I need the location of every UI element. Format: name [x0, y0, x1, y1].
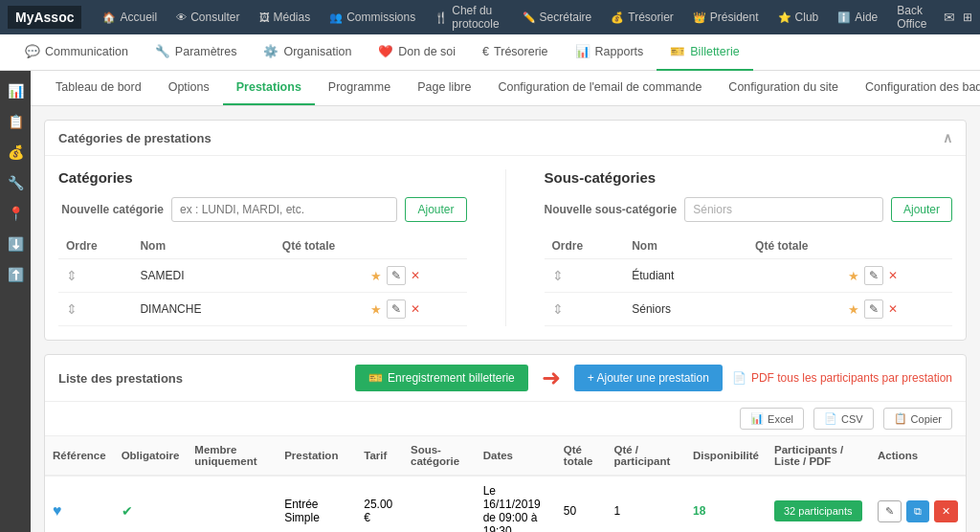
tab-config-email[interactable]: Configuration de l'email de commande	[484, 71, 715, 105]
nav-consulter[interactable]: 👁 Consulter	[167, 0, 249, 34]
sidebar-icon-list[interactable]: 📋	[2, 109, 29, 134]
nav-chef[interactable]: 🍴 Chef du protocole	[425, 0, 512, 34]
nav-aide-label: Aide	[855, 11, 878, 24]
csv-button[interactable]: 📄 CSV	[813, 408, 874, 430]
drag-handle[interactable]: ⇕	[66, 268, 78, 283]
nav-secretaire[interactable]: ✏️ Secrétaire	[513, 0, 602, 34]
edit-action-button[interactable]: ✎	[878, 500, 902, 522]
drag-handle[interactable]: ⇕	[552, 301, 564, 317]
nav-parametres[interactable]: 🔧 Paramètres	[142, 34, 251, 71]
tab-prestations[interactable]: Prestations	[223, 71, 315, 105]
delete-action-button[interactable]: ✕	[934, 500, 958, 522]
new-sous-cat-label: Nouvelle sous-catégorie	[545, 203, 678, 216]
nav-don-label: Don de soi	[398, 45, 456, 58]
sous-categories-heading: Sous-catégories	[545, 169, 953, 186]
sidebar-icon-location[interactable]: 📍	[2, 201, 29, 226]
nav-president[interactable]: 👑 Président	[683, 0, 768, 34]
drag-handle[interactable]: ⇕	[66, 301, 78, 317]
nav-rapports[interactable]: 📊 Rapports	[562, 34, 657, 71]
tresorerie-icon: €	[482, 45, 489, 58]
new-cat-input[interactable]	[171, 197, 397, 222]
availability-value: 18	[693, 504, 705, 518]
new-sous-cat-input[interactable]	[684, 197, 883, 222]
nav-tresorier[interactable]: 💰 Trésorier	[601, 0, 683, 34]
section-divider	[505, 169, 506, 326]
organisation-icon: ⚙️	[263, 44, 278, 58]
tab-config-badges[interactable]: Configuration des badges et billets	[852, 71, 980, 105]
edit-icon[interactable]: ✎	[864, 266, 883, 285]
excel-button[interactable]: 📊 Excel	[740, 408, 804, 430]
star-icon[interactable]: ★	[848, 269, 859, 283]
table-row: ⇕ SAMEDI ★ ✎ ✕	[58, 259, 467, 293]
sidebar-icon-upload[interactable]: ⬆️	[2, 262, 29, 287]
nav-accueil[interactable]: 🏠 Accueil	[93, 0, 167, 34]
obligatoire-1: ✔	[114, 476, 188, 532]
nav-tresorerie-label: Trésorerie	[494, 45, 548, 58]
star-icon[interactable]: ★	[370, 302, 382, 317]
star-icon[interactable]: ★	[370, 269, 382, 283]
delete-icon[interactable]: ✕	[411, 302, 420, 316]
star-icon[interactable]: ★	[848, 302, 859, 317]
envelope-icon[interactable]: ✉	[944, 10, 955, 25]
col-qty: Qté totale	[255, 233, 364, 259]
new-sous-category-row: Nouvelle sous-catégorie Ajouter	[545, 197, 953, 222]
prestation-1: Entrée Simple	[277, 476, 356, 532]
tab-page-libre[interactable]: Page libre	[404, 71, 484, 105]
edit-icon[interactable]: ✎	[387, 299, 406, 319]
copy-action-button[interactable]: ⧉	[906, 500, 929, 522]
nav-communication[interactable]: 💬 Communication	[11, 34, 142, 71]
th-prestation: Prestation	[277, 436, 356, 476]
check-icon: ✔	[122, 503, 133, 519]
sidebar-icon-chart[interactable]: 📊	[2, 78, 29, 103]
top-navigation: MyAssoc 🏠 Accueil 👁 Consulter 🖼 Médias 👥…	[0, 0, 980, 34]
excel-icon: 📊	[750, 412, 764, 425]
nav-club[interactable]: ⭐ Club	[768, 0, 829, 34]
aide-icon: ℹ️	[837, 11, 851, 24]
add-category-button[interactable]: Ajouter	[405, 197, 466, 222]
nav-tresorerie[interactable]: € Trésorerie	[469, 34, 561, 71]
sidebar-icon-settings[interactable]: 🔧	[2, 170, 29, 195]
participants-button[interactable]: 32 participants	[774, 500, 862, 521]
nav-commissions[interactable]: 👥 Commissions	[320, 0, 425, 34]
add-sous-category-button[interactable]: Ajouter	[891, 197, 952, 222]
sidebar-icon-money[interactable]: 💰	[2, 140, 29, 165]
tab-config-site[interactable]: Configuration du site	[715, 71, 852, 105]
col-actions-sous-header	[840, 233, 952, 259]
nav-tresorier-label: Trésorier	[628, 11, 674, 24]
dates-1: Le 16/11/2019de 09:00 à 19:30	[476, 476, 556, 532]
brand-logo[interactable]: MyAssoc	[8, 6, 81, 29]
nav-organisation[interactable]: ⚙️ Organisation	[250, 34, 365, 71]
col-ordre: Ordre	[58, 233, 132, 259]
main-layout: 📊 📋 💰 🔧 📍 ⬇️ ⬆️ Tableau de bord Options …	[0, 71, 980, 532]
nav-medias[interactable]: 🖼 Médias	[250, 0, 321, 34]
tab-programme[interactable]: Programme	[315, 71, 404, 105]
edit-icon[interactable]: ✎	[864, 299, 883, 319]
grid-icon[interactable]: ⊞	[963, 11, 972, 24]
delete-icon[interactable]: ✕	[411, 269, 420, 282]
copy-button[interactable]: 📋 Copier	[883, 408, 952, 430]
media-icon: 🖼	[259, 11, 270, 23]
nav-backoffice[interactable]: Back Office	[887, 0, 944, 34]
edit-icon[interactable]: ✎	[387, 266, 406, 285]
collapse-icon[interactable]: ∧	[943, 130, 952, 145]
tab-tableau-de-bord[interactable]: Tableau de bord	[42, 71, 155, 105]
content-area: Catégories de prestations ∧ Catégories N…	[31, 106, 980, 532]
cat-name-dimanche: DIMANCHE	[132, 293, 254, 326]
row-actions: ★ ✎ ✕	[370, 266, 458, 285]
delete-icon[interactable]: ✕	[888, 302, 898, 316]
nav-don-de-soi[interactable]: ❤️ Don de soi	[365, 34, 469, 71]
nav-billetterie[interactable]: 🎫 Billetterie	[657, 34, 752, 71]
add-prestation-button[interactable]: + Ajouter une prestation	[574, 365, 723, 391]
top-nav-items: 🏠 Accueil 👁 Consulter 🖼 Médias 👥 Commiss…	[93, 0, 944, 34]
new-cat-label: Nouvelle catégorie	[58, 203, 164, 216]
sidebar-icon-download[interactable]: ⬇️	[2, 232, 29, 256]
pdf-button[interactable]: 📄 PDF tous les participants par prestati…	[732, 371, 952, 385]
nav-club-label: Club	[795, 11, 819, 24]
col-nom-sous: Nom	[624, 233, 723, 259]
enregistrement-button[interactable]: 🎫 Enregistrement billetterie	[355, 365, 528, 391]
prestations-panel-header: Liste des prestations 🎫 Enregistrement b…	[45, 355, 966, 402]
drag-handle[interactable]: ⇕	[552, 268, 564, 283]
delete-icon[interactable]: ✕	[888, 269, 898, 282]
nav-aide[interactable]: ℹ️ Aide	[828, 0, 887, 34]
tab-options[interactable]: Options	[155, 71, 223, 105]
